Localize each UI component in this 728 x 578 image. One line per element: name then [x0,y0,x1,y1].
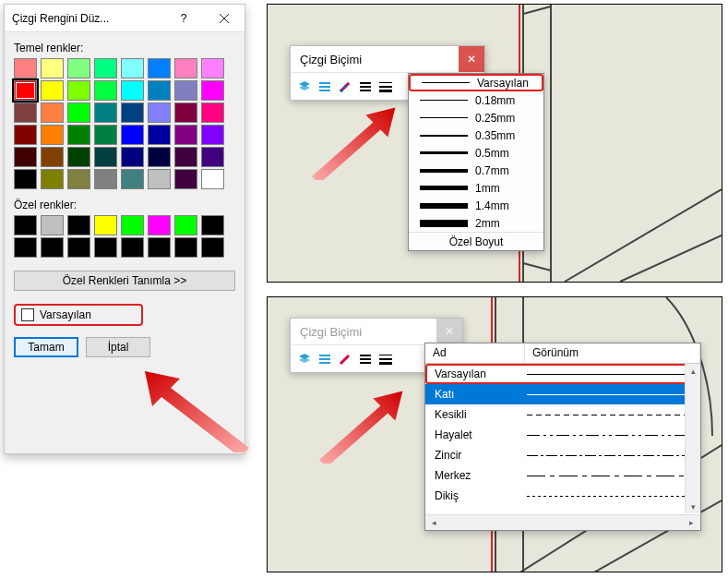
color-swatch[interactable] [41,125,64,145]
line-width-dropdown[interactable]: Varsayılan0.18mm0.25mm0.35mm0.5mm0.7mm1m… [408,73,544,251]
color-swatch[interactable] [201,58,224,78]
color-swatch[interactable] [67,125,90,145]
close-button[interactable] [204,5,245,32]
color-swatch[interactable] [201,125,224,145]
color-swatch[interactable] [201,215,224,235]
vertical-scrollbar[interactable]: ▴ ▾ [685,364,700,513]
help-button[interactable]: ? [163,5,204,32]
color-swatch[interactable] [94,215,117,235]
pattern-row[interactable]: Zincir [425,445,700,465]
color-swatch[interactable] [174,125,197,145]
stack-icon[interactable] [296,78,313,95]
define-custom-button[interactable]: Özel Renkleri Tanımla >> [14,271,235,291]
palette-icon[interactable] [337,78,353,95]
pattern-row[interactable]: Katı [425,384,700,404]
color-swatch[interactable] [174,80,197,101]
width-option[interactable]: 0.35mm [409,126,543,144]
lines-icon[interactable] [316,78,333,95]
palette-icon[interactable] [337,351,353,367]
color-swatch[interactable] [174,169,197,189]
color-swatch[interactable] [201,169,224,189]
color-swatch[interactable] [121,102,144,123]
color-swatch[interactable] [121,237,144,258]
color-swatch[interactable] [121,125,144,145]
color-swatch[interactable] [121,147,144,167]
color-swatch[interactable] [14,147,37,167]
pattern-row[interactable]: Kesikli [425,404,700,425]
width-icon[interactable] [377,78,394,95]
width-option[interactable]: 0.18mm [409,91,543,109]
panel-close-icon[interactable]: ✕ [436,319,462,344]
color-swatch[interactable] [14,125,37,145]
color-swatch[interactable] [67,102,90,123]
color-swatch[interactable] [94,237,117,258]
panel-header[interactable]: Çizgi Biçimi ✕ [291,46,484,72]
pattern-row[interactable]: Hayalet [425,425,700,445]
color-swatch[interactable] [94,125,117,145]
color-swatch[interactable] [174,237,197,258]
color-swatch[interactable] [41,58,64,78]
menu-icon[interactable] [357,351,374,367]
pattern-row[interactable]: Merkez [425,465,700,486]
scroll-down-icon[interactable]: ▾ [686,500,700,513]
default-checkbox-row[interactable]: Varsayılan [14,304,143,326]
cancel-button[interactable]: İptal [86,337,150,357]
color-swatch[interactable] [174,58,197,78]
color-swatch[interactable] [121,169,144,189]
color-swatch[interactable] [67,215,90,235]
width-option[interactable]: 0.25mm [409,109,543,126]
color-swatch[interactable] [121,58,144,78]
color-swatch[interactable] [94,169,117,189]
width-icon[interactable] [377,351,394,367]
horizontal-scrollbar[interactable]: ◂ ▸ [425,514,700,530]
color-swatch[interactable] [148,237,171,258]
stack-icon[interactable] [296,351,313,367]
color-swatch[interactable] [174,215,197,235]
color-swatch[interactable] [14,169,37,189]
line-pattern-listbox[interactable]: Ad Görünüm VarsayılanKatıKesikliHayaletZ… [424,343,701,531]
color-swatch[interactable] [67,147,90,167]
color-swatch[interactable] [41,215,64,235]
color-swatch[interactable] [14,58,37,78]
ok-button[interactable]: Tamam [14,337,78,357]
panel-close-icon[interactable]: ✕ [459,46,484,72]
color-swatch[interactable] [148,215,171,235]
color-swatch[interactable] [94,102,117,123]
color-swatch[interactable] [148,147,171,167]
pattern-row[interactable]: Dikiş [425,486,700,506]
default-checkbox[interactable] [21,308,34,321]
col-name[interactable]: Ad [425,343,525,363]
color-swatch[interactable] [41,237,64,258]
width-option[interactable]: 2mm [409,214,543,232]
color-swatch[interactable] [41,147,64,167]
color-swatch[interactable] [67,237,90,258]
lines-icon[interactable] [316,351,333,367]
col-view[interactable]: Görünüm [525,343,700,363]
color-swatch[interactable] [148,125,171,145]
color-swatch[interactable] [94,58,117,78]
color-swatch[interactable] [41,80,64,101]
color-swatch[interactable] [67,80,90,101]
color-swatch[interactable] [94,147,117,167]
color-swatch[interactable] [67,58,90,78]
width-option[interactable]: 0.5mm [409,144,543,162]
color-swatch[interactable] [121,80,144,101]
color-swatch[interactable] [14,102,37,123]
color-swatch[interactable] [14,215,37,235]
width-option[interactable]: 1mm [409,179,543,197]
color-swatch[interactable] [148,80,171,101]
color-swatch[interactable] [201,102,224,123]
width-option[interactable]: Varsayılan [409,74,543,91]
color-swatch[interactable] [201,237,224,258]
color-swatch[interactable] [148,102,171,123]
color-swatch[interactable] [148,58,171,78]
scroll-right-icon[interactable]: ▸ [685,516,698,530]
width-custom-size[interactable]: Özel Boyut [409,232,543,250]
color-swatch[interactable] [14,237,37,258]
color-swatch[interactable] [41,169,64,189]
color-swatch[interactable] [41,102,64,123]
color-swatch[interactable] [67,169,90,189]
scroll-left-icon[interactable]: ◂ [427,516,441,530]
color-swatch[interactable] [201,147,224,167]
width-option[interactable]: 0.7mm [409,162,543,179]
